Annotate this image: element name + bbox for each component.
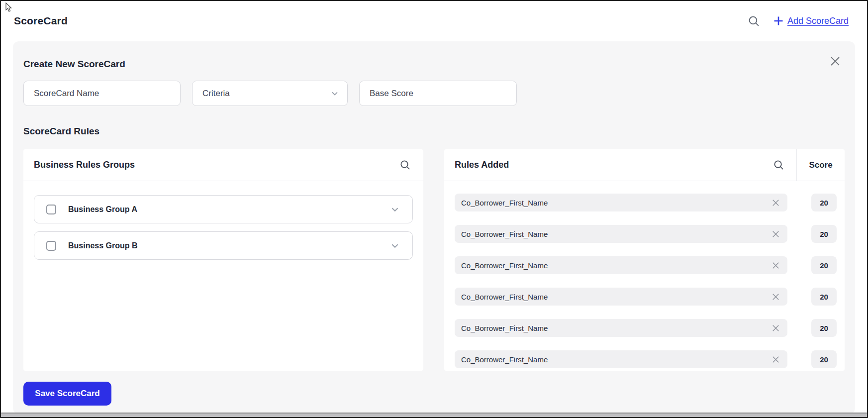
rule-name: Co_Borrower_First_Name — [461, 293, 548, 301]
rule-name: Co_Borrower_First_Name — [461, 261, 548, 270]
base-score-input[interactable] — [359, 81, 517, 106]
scorecard-name-input[interactable] — [23, 81, 181, 106]
search-icon — [748, 15, 760, 27]
rule-score-badge: 20 — [811, 256, 837, 274]
rules-search-button[interactable] — [773, 159, 784, 171]
chevron-down-icon[interactable] — [390, 241, 399, 250]
rule-row: Co_Borrower_First_Name 20 — [455, 194, 845, 211]
groups-search-button[interactable] — [399, 159, 411, 171]
close-panel-button[interactable] — [828, 54, 842, 68]
app-window: ScoreCard Add ScoreCard Create New Score… — [0, 0, 868, 418]
top-bar: ScoreCard Add ScoreCard — [1, 1, 867, 41]
create-scorecard-panel: Create New ScoreCard ScoreCard Rules Bu — [13, 41, 855, 414]
remove-rule-button[interactable] — [770, 260, 781, 271]
rules-added-panel: Rules Added Score Co_Bor — [444, 149, 845, 371]
group-b-checkbox[interactable] — [46, 241, 56, 251]
mouse-cursor-icon — [5, 2, 12, 12]
save-scorecard-button[interactable]: Save ScoreCard — [23, 382, 111, 406]
remove-rule-button[interactable] — [770, 322, 781, 334]
score-column-header: Score — [796, 149, 845, 181]
groups-panel-header: Business Rules Groups — [23, 149, 423, 181]
remove-rule-button[interactable] — [770, 197, 781, 209]
rule-row: Co_Borrower_First_Name 20 — [455, 350, 845, 368]
rule-chip: Co_Borrower_First_Name — [455, 319, 787, 337]
close-icon — [771, 198, 780, 208]
horizontal-scrollbar[interactable] — [1, 413, 867, 417]
rules-panel-header-main: Rules Added — [444, 149, 796, 181]
rule-chip: Co_Borrower_First_Name — [455, 288, 787, 306]
rule-score-badge: 20 — [811, 288, 837, 306]
top-bar-actions: Add ScoreCard — [748, 15, 849, 27]
close-icon — [771, 355, 780, 364]
remove-rule-button[interactable] — [770, 228, 781, 240]
panel-title: Create New ScoreCard — [23, 59, 845, 70]
rules-list: Co_Borrower_First_Name 20 Co_Borrower_Fi… — [444, 181, 845, 371]
group-label: Business Group B — [68, 241, 138, 250]
remove-rule-button[interactable] — [770, 354, 781, 365]
page-title: ScoreCard — [14, 15, 68, 27]
search-icon — [399, 159, 411, 171]
rule-name: Co_Borrower_First_Name — [461, 199, 548, 207]
rule-name: Co_Borrower_First_Name — [461, 324, 548, 332]
rule-score-badge: 20 — [811, 319, 837, 337]
close-icon — [771, 323, 780, 333]
search-icon — [773, 159, 784, 171]
groups-panel-title: Business Rules Groups — [34, 160, 135, 170]
rule-row: Co_Borrower_First_Name 20 — [455, 256, 845, 274]
add-scorecard-label: Add ScoreCard — [787, 16, 849, 26]
rule-score-badge: 20 — [811, 350, 837, 368]
groups-list: Business Group A Business Group B — [23, 181, 423, 282]
close-icon — [829, 55, 841, 67]
rule-row: Co_Borrower_First_Name 20 — [455, 319, 845, 337]
rules-panel-title: Rules Added — [455, 160, 509, 170]
score-header-label: Score — [809, 160, 832, 170]
rule-score-badge: 20 — [811, 194, 837, 211]
group-a-checkbox[interactable] — [46, 205, 56, 214]
rule-name: Co_Borrower_First_Name — [461, 230, 548, 238]
rule-chip: Co_Borrower_First_Name — [455, 350, 787, 368]
remove-rule-button[interactable] — [770, 291, 781, 303]
group-row-business-group-b[interactable]: Business Group B — [34, 231, 413, 260]
rule-chip: Co_Borrower_First_Name — [455, 225, 787, 243]
close-icon — [771, 292, 780, 302]
rule-row: Co_Borrower_First_Name 20 — [455, 225, 845, 243]
group-label: Business Group A — [68, 205, 137, 214]
rule-name: Co_Borrower_First_Name — [461, 355, 548, 364]
rule-score-badge: 20 — [811, 225, 837, 243]
search-button[interactable] — [748, 15, 760, 27]
rule-chip: Co_Borrower_First_Name — [455, 256, 787, 274]
criteria-select[interactable] — [192, 81, 348, 106]
scorecard-rules-heading: ScoreCard Rules — [23, 126, 845, 137]
add-scorecard-link[interactable]: Add ScoreCard — [773, 15, 849, 26]
close-icon — [771, 261, 780, 270]
chevron-down-icon[interactable] — [390, 205, 399, 214]
rule-row: Co_Borrower_First_Name 20 — [455, 288, 845, 306]
rule-chip: Co_Borrower_First_Name — [455, 194, 787, 211]
scorecard-form-fields — [23, 81, 845, 106]
close-icon — [771, 229, 780, 239]
criteria-select-wrap — [192, 81, 348, 106]
rules-panel-header: Rules Added Score — [444, 149, 845, 181]
rules-columns: Business Rules Groups Business Group A — [23, 149, 845, 371]
group-row-business-group-a[interactable]: Business Group A — [34, 195, 413, 223]
business-rules-groups-panel: Business Rules Groups Business Group A — [23, 149, 423, 371]
plus-icon — [773, 15, 784, 26]
